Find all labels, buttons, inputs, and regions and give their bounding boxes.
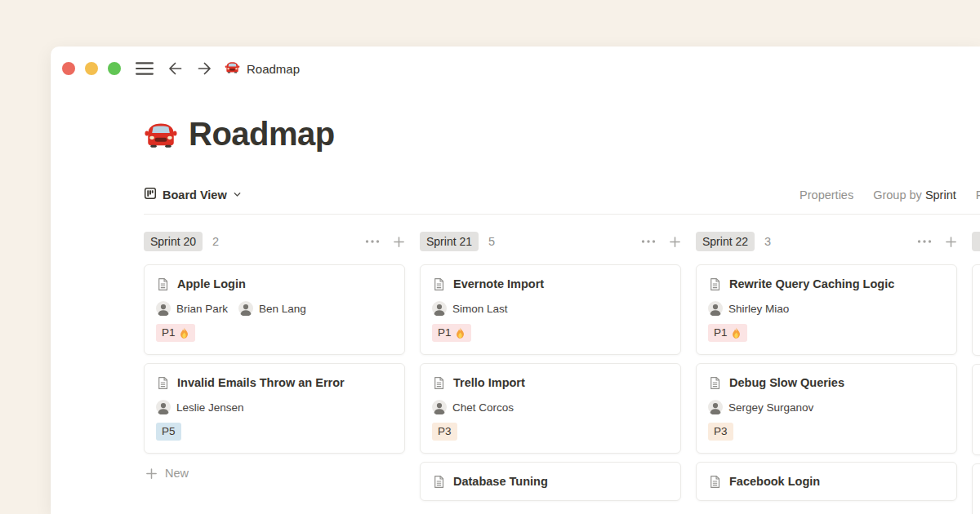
board-card[interactable]: Facebook Login — [696, 462, 957, 501]
column-add-button[interactable] — [669, 236, 681, 248]
board-card[interactable] — [972, 364, 980, 455]
column-name-pill[interactable]: Sprint 20 — [144, 232, 203, 251]
assignee: Leslie Jensen — [156, 400, 244, 414]
priority-badge: P1 — [708, 324, 747, 342]
card-title-row: Debug Slow Queries — [708, 374, 945, 391]
fire-icon — [455, 327, 466, 339]
board-card[interactable]: Apple LoginBrian ParkBen LangP1 — [144, 264, 405, 355]
forward-button[interactable] — [196, 60, 214, 78]
car-icon — [225, 60, 240, 77]
priority-label: P1 — [438, 326, 452, 340]
chevron-down-icon — [233, 188, 242, 202]
card-title: Trello Import — [453, 374, 525, 391]
priority-badge: P3 — [432, 423, 457, 441]
card-title-row: Trello Import — [432, 374, 669, 391]
card-title: Evernote Import — [453, 276, 544, 292]
card-title: Apple Login — [177, 276, 246, 292]
board-card[interactable]: Rewrite Query Caching LogicShirley MiaoP… — [696, 264, 957, 355]
assignee-name: Chet Corcos — [452, 401, 514, 414]
assignee-name: Sergey Surganov — [728, 401, 813, 414]
view-switcher[interactable]: Board View — [144, 187, 242, 203]
column-actions — [641, 236, 681, 248]
priority-badge: P1 — [156, 324, 195, 342]
board-card[interactable]: Invalid Emails Throw an ErrorLeslie Jens… — [144, 363, 405, 454]
card-assignees: Sergey Surganov — [708, 400, 945, 414]
fire-icon — [731, 327, 742, 339]
page-icon — [156, 277, 170, 291]
board-card[interactable]: Evernote ImportSimon LastP1 — [420, 264, 681, 355]
assignee: Simon Last — [432, 301, 508, 316]
zoom-window-button[interactable] — [108, 62, 121, 75]
plus-icon — [145, 467, 158, 480]
page-title: Roadmap — [189, 116, 335, 153]
group-by-value: Sprint — [925, 188, 956, 202]
breadcrumb[interactable]: Roadmap — [225, 60, 300, 77]
card-title: Facebook Login — [729, 473, 820, 490]
page-header: Roadmap — [144, 112, 980, 156]
avatar — [156, 400, 171, 414]
column-header — [972, 231, 980, 252]
column-cards — [972, 264, 980, 514]
card-assignees: Chet Corcos — [432, 400, 669, 414]
page-icon — [708, 277, 722, 291]
board-card[interactable]: Database Tuning — [420, 462, 681, 501]
new-card-label: New — [165, 467, 189, 480]
avatar — [432, 301, 447, 316]
minimize-window-button[interactable] — [85, 62, 98, 75]
card-assignees: Leslie Jensen — [156, 400, 393, 414]
column-name-pill[interactable]: Sprint 21 — [420, 232, 479, 251]
priority-label: P1 — [714, 326, 728, 340]
assignee-name: Simon Last — [452, 303, 508, 315]
priority-badge: P1 — [432, 324, 471, 342]
assignee: Brian Park — [156, 301, 228, 316]
priority-badge: P3 — [708, 423, 733, 441]
assignee: Chet Corcos — [432, 400, 514, 414]
card-badges: P1 — [708, 324, 945, 343]
assignee: Shirley Miao — [708, 301, 789, 316]
column-more-button[interactable] — [917, 239, 932, 244]
column-more-button[interactable] — [365, 239, 380, 244]
menu-icon[interactable] — [136, 61, 154, 76]
column-actions — [917, 236, 957, 248]
column-add-button[interactable] — [393, 236, 405, 248]
group-by-label: Group by — [873, 188, 922, 202]
assignee: Ben Lang — [238, 301, 306, 316]
column-name-pill[interactable] — [972, 232, 980, 251]
column-count: 5 — [488, 235, 495, 248]
filter-button[interactable]: Filter — [976, 188, 980, 202]
priority-label: P5 — [162, 424, 176, 439]
board-column: Sprint 223Rewrite Query Caching LogicShi… — [696, 231, 957, 514]
column-more-button[interactable] — [641, 239, 656, 244]
board-card[interactable]: Debug Slow QueriesSergey SurganovP3 — [696, 363, 957, 454]
card-assignees: Shirley Miao — [708, 301, 945, 316]
page-icon — [432, 277, 446, 291]
card-badges: P1 — [432, 324, 669, 343]
avatar — [432, 400, 447, 414]
group-by-button[interactable]: Group by Sprint — [873, 188, 956, 202]
card-title: Debug Slow Queries — [729, 374, 844, 391]
page-icon — [708, 376, 722, 390]
board-card[interactable]: Trello ImportChet CorcosP3 — [420, 363, 681, 454]
back-button[interactable] — [166, 60, 184, 78]
assignee-name: Leslie Jensen — [176, 401, 244, 414]
properties-button[interactable]: Properties — [800, 188, 853, 202]
new-card-button[interactable]: New — [144, 467, 405, 480]
avatar — [238, 301, 253, 316]
column-add-button[interactable] — [945, 236, 957, 248]
board-card[interactable] — [972, 264, 980, 356]
traffic-lights — [62, 62, 121, 75]
avatar — [156, 301, 171, 316]
column-name-pill[interactable]: Sprint 22 — [696, 232, 755, 251]
card-title-row: Evernote Import — [432, 276, 669, 292]
page-icon — [432, 475, 446, 489]
board-card[interactable] — [972, 463, 980, 514]
card-title-row: Invalid Emails Throw an Error — [156, 374, 393, 391]
avatar — [708, 301, 723, 316]
card-title: Rewrite Query Caching Logic — [729, 276, 894, 292]
assignee-name: Shirley Miao — [728, 303, 789, 315]
column-cards: Apple LoginBrian ParkBen LangP1Invalid E… — [144, 264, 405, 454]
window-titlebar: Roadmap — [51, 47, 980, 76]
board-column — [972, 231, 980, 514]
close-window-button[interactable] — [62, 62, 75, 75]
view-toolbar: Board View Properties Group by Sprint Fi… — [144, 183, 980, 207]
